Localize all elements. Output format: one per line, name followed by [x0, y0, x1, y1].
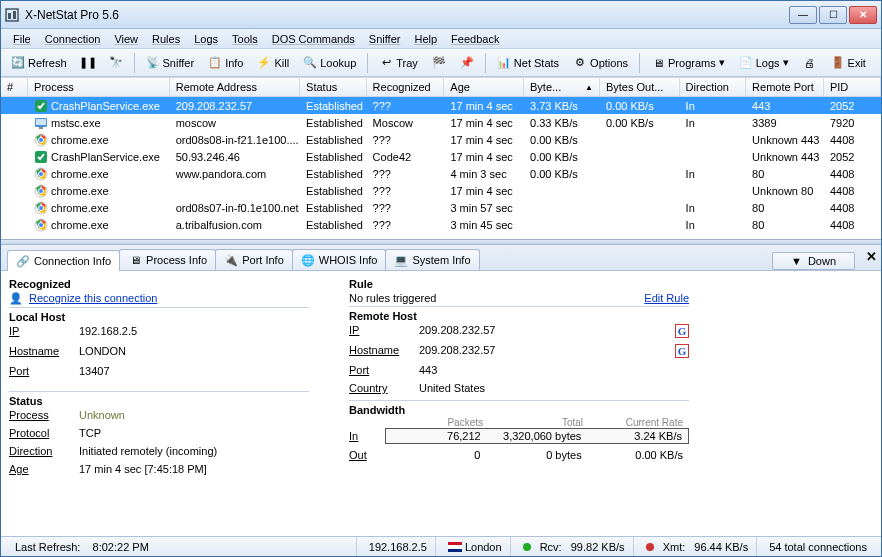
menu-logs[interactable]: Logs	[188, 31, 224, 47]
svg-rect-6	[39, 127, 43, 129]
tab-whois-info[interactable]: 🌐WHOIS Info	[292, 249, 387, 270]
menu-sniffer[interactable]: Sniffer	[363, 31, 407, 47]
table-cell: 2052	[824, 97, 881, 114]
table-cell: 0.00 KB/s	[600, 97, 680, 114]
recognized-heading: Recognized	[9, 278, 309, 290]
cp-icon	[34, 99, 48, 113]
table-cell: ord08s08-in-f21.1e100....	[170, 131, 300, 148]
age: 17 min 4 sec [7:45:18 PM]	[79, 463, 207, 475]
table-cell: 17 min 4 sec	[444, 148, 524, 165]
programs-icon: 🖥	[651, 56, 665, 70]
google-icon[interactable]: G	[675, 324, 689, 338]
table-cell: 0.00 KB/s	[524, 131, 600, 148]
close-panel-icon[interactable]: ✕	[866, 249, 877, 264]
menu-connection[interactable]: Connection	[39, 31, 107, 47]
rcv-rate: 99.82 KB/s	[571, 541, 625, 553]
column-header[interactable]: PID	[824, 78, 881, 96]
table-row[interactable]: chrome.exea.tribalfusion.comEstablished?…	[1, 216, 881, 233]
pause-button[interactable]: ❚❚	[75, 53, 101, 73]
down-button[interactable]: ▼Down	[772, 252, 855, 270]
refresh-button[interactable]: 🔄Refresh	[5, 53, 73, 73]
table-row[interactable]: CrashPlanService.exe209.208.232.57Establ…	[1, 97, 881, 114]
titlebar: X-NetStat Pro 5.6 — ☐ ✕	[1, 1, 881, 29]
tray-button[interactable]: ↩Tray	[373, 53, 424, 73]
table-row[interactable]: chrome.exeord08s08-in-f21.1e100....Estab…	[1, 131, 881, 148]
table-row[interactable]: chrome.exeEstablished???17 min 4 secUnkn…	[1, 182, 881, 199]
table-cell	[600, 131, 680, 148]
table-cell: a.tribalfusion.com	[170, 216, 300, 233]
table-row[interactable]: mstsc.exemoscowEstablishedMoscow17 min 4…	[1, 114, 881, 131]
lookup-button[interactable]: 🔍Lookup	[297, 53, 362, 73]
svg-rect-0	[6, 9, 18, 21]
minimize-button[interactable]: —	[789, 6, 817, 24]
table-row[interactable]: chrome.exeord08s07-in-f0.1e100.netEstabl…	[1, 199, 881, 216]
menu-dos[interactable]: DOS Commands	[266, 31, 361, 47]
column-header[interactable]: Remote Address	[170, 78, 300, 96]
table-cell: 209.208.232.57	[170, 97, 300, 114]
status-bar: Last Refresh: 8:02:22 PM 192.168.2.5 Lon…	[1, 536, 881, 556]
print-button[interactable]: 🖨	[797, 53, 823, 73]
kill-button[interactable]: ⚡Kill	[251, 53, 295, 73]
pin-button[interactable]: 📌	[454, 53, 480, 73]
grid-header: #ProcessRemote AddressStatusRecognizedAg…	[1, 77, 881, 97]
column-header[interactable]: Age	[444, 78, 524, 96]
grid-body[interactable]: CrashPlanService.exe209.208.232.57Establ…	[1, 97, 881, 239]
total-connections: 54 total connections	[769, 541, 867, 553]
menu-help[interactable]: Help	[408, 31, 443, 47]
local-hostname: LONDON	[79, 345, 126, 357]
exit-icon: 🚪	[831, 56, 845, 70]
column-header[interactable]: #	[1, 78, 28, 96]
programs-button[interactable]: 🖥Programs▾	[645, 53, 731, 73]
logs-button[interactable]: 📄Logs▾	[733, 53, 795, 73]
binoculars-button[interactable]: 🔭	[103, 53, 129, 73]
remote-port: 443	[419, 364, 437, 376]
column-header[interactable]: Recognized	[367, 78, 445, 96]
table-cell	[524, 182, 600, 199]
tab-process-info[interactable]: 🖥Process Info	[119, 249, 216, 270]
menu-view[interactable]: View	[108, 31, 144, 47]
remote-ip: 209.208.232.57	[419, 324, 495, 338]
menu-feedback[interactable]: Feedback	[445, 31, 505, 47]
table-cell: 80	[746, 199, 824, 216]
column-header[interactable]: Status	[300, 78, 367, 96]
menu-tools[interactable]: Tools	[226, 31, 264, 47]
tab-system-info[interactable]: 💻System Info	[385, 249, 479, 270]
maximize-button[interactable]: ☐	[819, 6, 847, 24]
netstats-icon: 📊	[497, 56, 511, 70]
table-cell	[1, 216, 28, 233]
connections-grid: #ProcessRemote AddressStatusRecognizedAg…	[1, 77, 881, 240]
column-header[interactable]: Remote Port	[746, 78, 824, 96]
menu-file[interactable]: File	[7, 31, 37, 47]
options-button[interactable]: ⚙Options	[567, 53, 634, 73]
table-row[interactable]: CrashPlanService.exe50.93.246.46Establis…	[1, 148, 881, 165]
table-cell: Established	[300, 114, 367, 131]
column-header[interactable]: Direction	[680, 78, 747, 96]
column-header[interactable]: Byte... ▲	[524, 78, 600, 96]
bw-in-packets: 76,212	[386, 429, 487, 443]
status-heading: Status	[9, 395, 309, 407]
recognize-link[interactable]: Recognize this connection	[29, 292, 157, 305]
binoculars-icon: 🔭	[109, 56, 123, 70]
column-header[interactable]: Bytes Out...	[600, 78, 680, 96]
table-row[interactable]: chrome.exewww.pandora.comEstablished???4…	[1, 165, 881, 182]
edit-rule-link[interactable]: Edit Rule	[644, 292, 689, 304]
table-cell: 0.00 KB/s	[524, 165, 600, 182]
table-cell: 50.93.246.46	[170, 148, 300, 165]
menu-rules[interactable]: Rules	[146, 31, 186, 47]
tab-connection-info[interactable]: 🔗Connection Info	[7, 250, 120, 271]
column-header[interactable]: Process	[28, 78, 170, 96]
sniffer-button[interactable]: 📡Sniffer	[140, 53, 201, 73]
tab-port-info[interactable]: 🔌Port Info	[215, 249, 293, 270]
chevron-down-icon: ▼	[791, 255, 802, 267]
info-button[interactable]: 📋Info	[202, 53, 249, 73]
logs-icon: 📄	[739, 56, 753, 70]
exit-button[interactable]: 🚪Exit	[825, 53, 872, 73]
close-button[interactable]: ✕	[849, 6, 877, 24]
lookup-icon: 🔍	[303, 56, 317, 70]
flag-button[interactable]: 🏁	[426, 53, 452, 73]
google-icon[interactable]: G	[675, 344, 689, 358]
netstats-button[interactable]: 📊Net Stats	[491, 53, 565, 73]
table-cell	[680, 182, 747, 199]
status-location: London	[465, 541, 502, 553]
table-cell: 3.73 KB/s	[524, 97, 600, 114]
